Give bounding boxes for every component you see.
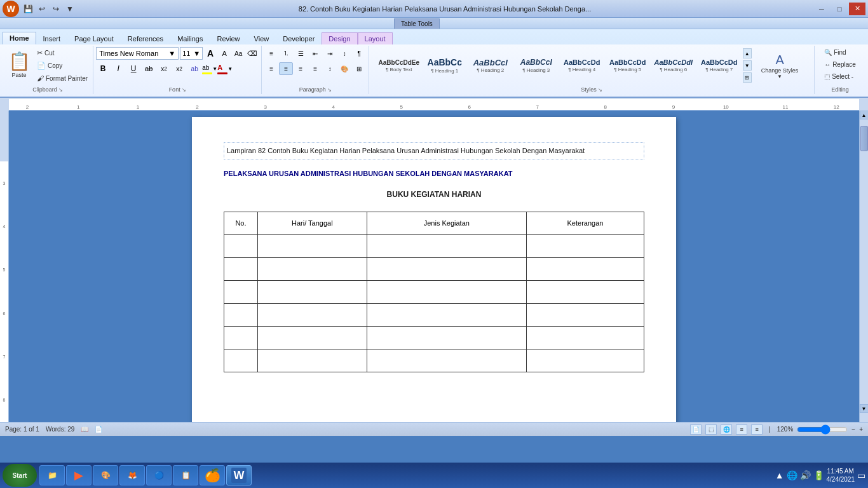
gallery-scroll-up[interactable]: ▲ (743, 48, 752, 58)
font-size-selector[interactable]: 11 ▼ (180, 47, 203, 60)
web-layout-button[interactable]: 🌐 (721, 424, 732, 435)
select-button[interactable]: ⬚ Select - (822, 71, 856, 82)
cell[interactable] (224, 257, 258, 280)
underline-button[interactable]: U (126, 62, 140, 75)
clipboard-expand[interactable]: ↘ (58, 87, 63, 93)
paragraph-expand[interactable]: ↘ (327, 87, 332, 93)
tab-mailings[interactable]: Mailings (170, 32, 210, 44)
undo-button[interactable]: ↩ (36, 3, 48, 15)
align-left-button[interactable]: ≡ (264, 62, 278, 75)
highlight-color-button[interactable]: ab ▼ (203, 62, 217, 75)
replace-button[interactable]: ↔ Replace (822, 59, 858, 70)
find-button[interactable]: 🔍 Find (822, 47, 848, 58)
subscript-button[interactable]: x2 (157, 62, 171, 75)
tab-developer[interactable]: Developer (276, 32, 322, 44)
cell[interactable] (224, 280, 258, 303)
cell[interactable] (367, 349, 526, 372)
scroll-track[interactable] (860, 119, 869, 404)
style-body-text[interactable]: AaBbCcDdEe ¶ Body Text (377, 47, 421, 84)
line-spacing-button[interactable]: ↕ (323, 62, 337, 75)
change-styles-button[interactable]: A Change Styles ▼ (756, 50, 804, 83)
spell-check-icon[interactable]: 📖 (81, 426, 88, 433)
quick-access-dropdown[interactable]: ▼ (64, 3, 76, 15)
style-heading1[interactable]: AaBbCc ¶ Heading 1 (423, 47, 467, 84)
sort-button[interactable]: ↕ (337, 47, 351, 60)
strikethrough-button[interactable]: ab (142, 62, 156, 75)
increase-indent-button[interactable]: ⇥ (323, 47, 337, 60)
maximize-button[interactable]: □ (831, 3, 848, 15)
cell[interactable] (257, 326, 367, 349)
style-heading4[interactable]: AaBbCcDd ¶ Heading 4 (560, 47, 604, 84)
scroll-down-button[interactable]: ▼ (860, 404, 869, 413)
superscript-button[interactable]: x2 (172, 62, 186, 75)
align-right-button[interactable]: ≡ (294, 62, 308, 75)
cell[interactable] (257, 280, 367, 303)
tab-references[interactable]: References (121, 32, 170, 44)
numbering-button[interactable]: ⒈ (279, 47, 293, 60)
cell[interactable] (224, 303, 258, 326)
bullets-button[interactable]: ≡ (264, 47, 278, 60)
start-button[interactable]: Start (3, 464, 37, 487)
multilevel-button[interactable]: ☰ (294, 47, 308, 60)
style-heading2[interactable]: AaBbCcI ¶ Heading 2 (468, 47, 513, 84)
cell[interactable] (526, 257, 644, 280)
office-button[interactable]: W (3, 1, 19, 17)
draft-view-button[interactable]: ≡ (751, 424, 763, 435)
zoom-slider[interactable] (797, 426, 848, 433)
cell[interactable] (367, 280, 526, 303)
tab-home[interactable]: Home (3, 32, 36, 44)
zoom-out-icon[interactable]: − (851, 426, 855, 433)
network-icon[interactable]: 🌐 (787, 470, 797, 480)
zoom-in-icon[interactable]: + (859, 426, 863, 433)
volume-icon[interactable]: 🔊 (800, 470, 811, 480)
format-painter-button[interactable]: 🖌 Format Painter (34, 72, 90, 84)
save-button[interactable]: 💾 (22, 3, 34, 15)
scroll-up-button[interactable]: ▲ (860, 111, 869, 119)
justify-button[interactable]: ≡ (308, 62, 322, 75)
gallery-scroll-down[interactable]: ▼ (743, 60, 752, 71)
cell[interactable] (224, 326, 258, 349)
style-heading5[interactable]: AaBbCcDd ¶ Heading 5 (606, 47, 650, 84)
font-expand[interactable]: ↘ (182, 87, 186, 93)
cell[interactable] (367, 257, 526, 280)
paste-button[interactable]: 📋 Paste (5, 47, 33, 84)
style-heading3[interactable]: AaBbCcI ¶ Heading 3 (514, 47, 559, 84)
gallery-expand[interactable]: ⊞ (743, 72, 752, 83)
outline-view-button[interactable]: ≡ (736, 424, 747, 435)
grow-font-button[interactable]: A (204, 47, 217, 60)
styles-expand[interactable]: ↘ (598, 87, 602, 93)
show-marks-button[interactable]: ¶ (352, 47, 366, 60)
align-center-button[interactable]: ≡ (279, 62, 293, 75)
battery-icon[interactable]: 🔋 (813, 470, 824, 480)
taskbar-app-explorer[interactable]: 📁 (39, 465, 65, 485)
document-area[interactable]: Lampiran 82 Contoh Buku Kegiatan Harian … (9, 111, 859, 422)
cell[interactable] (526, 280, 644, 303)
tab-view[interactable]: View (247, 32, 276, 44)
change-case-button[interactable]: Aa (232, 47, 245, 60)
cell[interactable] (526, 234, 644, 257)
taskbar-app-firefox[interactable]: 🦊 (119, 465, 145, 485)
decrease-indent-button[interactable]: ⇤ (308, 47, 322, 60)
cell[interactable] (257, 257, 367, 280)
tab-layout[interactable]: Layout (358, 32, 393, 44)
cell[interactable] (257, 349, 367, 372)
tab-insert[interactable]: Insert (36, 32, 68, 44)
cell[interactable] (224, 234, 258, 257)
cell[interactable] (257, 303, 367, 326)
scroll-thumb[interactable] (860, 126, 868, 151)
cell[interactable] (367, 303, 526, 326)
copy-button[interactable]: 📄 Copy (34, 60, 90, 72)
taskbar-app-media[interactable]: ▶ (66, 465, 92, 485)
cell[interactable] (224, 349, 258, 372)
cell[interactable] (526, 349, 644, 372)
taskbar-app-word[interactable]: W (226, 465, 252, 485)
text-effect-button[interactable]: ab (187, 62, 201, 75)
clear-formatting-button[interactable]: ⌫ (246, 47, 259, 60)
cell[interactable] (367, 326, 526, 349)
taskbar-app-paint[interactable]: 🎨 (93, 465, 118, 485)
italic-button[interactable]: I (111, 62, 125, 75)
shrink-font-button[interactable]: A (218, 47, 231, 60)
full-screen-button[interactable]: ⬚ (705, 424, 717, 435)
arrow-up-icon[interactable]: ▲ (775, 470, 784, 480)
tab-design[interactable]: Design (322, 32, 357, 44)
